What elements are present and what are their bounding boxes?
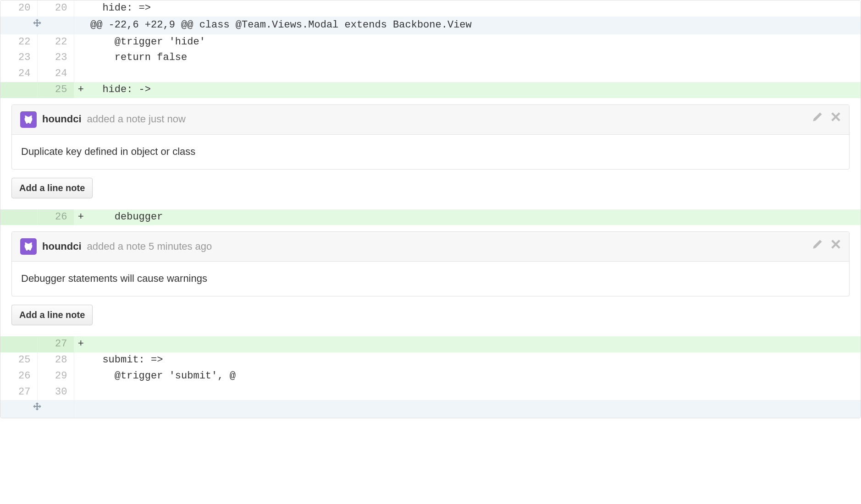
add-line-note-button[interactable]: Add a line note — [11, 305, 93, 325]
comment-header: houndci added a note 5 minutes ago — [12, 232, 849, 262]
add-line-note-button[interactable]: Add a line note — [11, 178, 93, 198]
diff-line: 22 22 @trigger 'hide' — [0, 34, 861, 50]
hunk-header: @@ -22,6 +22,9 @@ class @Team.Views.Moda… — [88, 16, 861, 34]
line-number-new[interactable]: 26 — [37, 209, 74, 225]
line-number-new[interactable]: 23 — [37, 50, 74, 66]
line-number-old[interactable]: 20 — [0, 0, 37, 16]
line-code — [88, 336, 861, 352]
line-sign: + — [74, 209, 88, 225]
diff-view: 20 20 hide: => @@ -22,6 +22,9 @@ class @… — [0, 0, 861, 418]
line-sign — [74, 50, 88, 66]
hound-icon — [23, 114, 34, 125]
line-code — [88, 384, 861, 400]
diff-line: 27 30 — [0, 384, 861, 400]
line-number-old[interactable]: 26 — [0, 368, 37, 384]
comment-author[interactable]: houndci — [42, 112, 82, 126]
line-code: submit: => — [88, 352, 861, 368]
comment-box: houndci added a note 5 minutes ago Debug… — [11, 231, 850, 296]
diff-line-addition: 26 + debugger — [0, 209, 861, 225]
comment-actions — [812, 112, 841, 127]
unfold-icon — [33, 19, 42, 31]
line-sign: + — [74, 82, 88, 98]
close-icon[interactable] — [831, 239, 841, 254]
line-code: hide: => — [88, 0, 861, 16]
line-number-new[interactable]: 28 — [37, 352, 74, 368]
comment-row: houndci added a note 5 minutes ago Debug… — [0, 225, 861, 336]
diff-line-addition: 27 + — [0, 336, 861, 352]
comment-block: houndci added a note just now Duplicate … — [0, 98, 861, 209]
expand-row[interactable]: @@ -22,6 +22,9 @@ class @Team.Views.Moda… — [0, 16, 861, 34]
line-number-old[interactable]: 22 — [0, 34, 37, 50]
comment-body: Duplicate key defined in object or class — [12, 135, 849, 169]
diff-line: 23 23 return false — [0, 50, 861, 66]
comment-meta: added a note just now — [87, 112, 186, 126]
line-number-old[interactable] — [0, 336, 37, 352]
comment-box: houndci added a note just now Duplicate … — [11, 104, 850, 170]
line-sign — [74, 352, 88, 368]
expand-cell[interactable] — [0, 16, 74, 34]
line-number-old[interactable]: 24 — [0, 66, 37, 82]
line-sign — [74, 384, 88, 400]
line-sign — [74, 0, 88, 16]
line-number-old[interactable] — [0, 209, 37, 225]
line-sign — [74, 34, 88, 50]
line-number-old[interactable] — [0, 82, 37, 98]
comment-author[interactable]: houndci — [42, 240, 82, 254]
line-code: @trigger 'hide' — [88, 34, 861, 50]
comment-block: houndci added a note 5 minutes ago Debug… — [0, 225, 861, 336]
line-code — [88, 66, 861, 82]
diff-line: 26 29 @trigger 'submit', @ — [0, 368, 861, 384]
diff-line: 25 28 submit: => — [0, 352, 861, 368]
avatar[interactable] — [20, 111, 37, 128]
line-code — [88, 400, 861, 418]
comment-row: houndci added a note just now Duplicate … — [0, 98, 861, 209]
comment-actions — [812, 239, 841, 254]
line-sign — [74, 16, 88, 34]
line-number-new[interactable]: 30 — [37, 384, 74, 400]
unfold-icon — [33, 403, 42, 414]
hound-icon — [23, 241, 34, 252]
line-code: debugger — [88, 209, 861, 225]
line-code: hide: -> — [88, 82, 861, 98]
diff-line: 24 24 — [0, 66, 861, 82]
edit-icon[interactable] — [812, 239, 822, 254]
line-sign — [74, 66, 88, 82]
line-code: return false — [88, 50, 861, 66]
line-number-new[interactable]: 22 — [37, 34, 74, 50]
line-sign — [74, 368, 88, 384]
line-sign: + — [74, 336, 88, 352]
line-number-old[interactable]: 27 — [0, 384, 37, 400]
comment-body: Debugger statements will cause warnings — [12, 262, 849, 296]
close-icon[interactable] — [831, 112, 841, 127]
diff-line: 20 20 hide: => — [0, 0, 861, 16]
diff-table: 20 20 hide: => @@ -22,6 +22,9 @@ class @… — [0, 0, 861, 418]
expand-row[interactable] — [0, 400, 861, 418]
line-number-old[interactable]: 23 — [0, 50, 37, 66]
line-code: @trigger 'submit', @ — [88, 368, 861, 384]
line-sign — [74, 400, 88, 418]
line-number-old[interactable]: 25 — [0, 352, 37, 368]
diff-line-addition: 25 + hide: -> — [0, 82, 861, 98]
comment-header: houndci added a note just now — [12, 105, 849, 135]
comment-meta: added a note 5 minutes ago — [87, 240, 212, 254]
edit-icon[interactable] — [812, 112, 822, 127]
line-number-new[interactable]: 20 — [37, 0, 74, 16]
avatar[interactable] — [20, 238, 37, 255]
expand-cell[interactable] — [0, 400, 74, 418]
line-number-new[interactable]: 25 — [37, 82, 74, 98]
line-number-new[interactable]: 24 — [37, 66, 74, 82]
line-number-new[interactable]: 29 — [37, 368, 74, 384]
line-number-new[interactable]: 27 — [37, 336, 74, 352]
